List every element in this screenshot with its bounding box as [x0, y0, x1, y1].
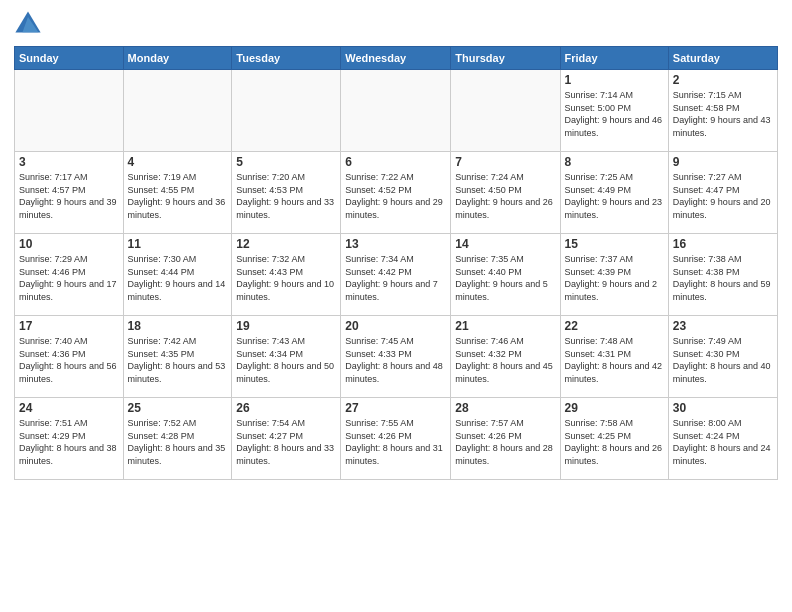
weekday-header: Sunday: [15, 47, 124, 70]
day-info: Sunrise: 7:35 AM Sunset: 4:40 PM Dayligh…: [455, 253, 555, 303]
calendar-cell: 18Sunrise: 7:42 AM Sunset: 4:35 PM Dayli…: [123, 316, 232, 398]
day-info: Sunrise: 7:24 AM Sunset: 4:50 PM Dayligh…: [455, 171, 555, 221]
day-number: 2: [673, 73, 773, 87]
calendar-cell: 25Sunrise: 7:52 AM Sunset: 4:28 PM Dayli…: [123, 398, 232, 480]
calendar-cell: [15, 70, 124, 152]
calendar-cell: 4Sunrise: 7:19 AM Sunset: 4:55 PM Daylig…: [123, 152, 232, 234]
weekday-header: Thursday: [451, 47, 560, 70]
weekday-row: SundayMondayTuesdayWednesdayThursdayFrid…: [15, 47, 778, 70]
calendar-cell: 7Sunrise: 7:24 AM Sunset: 4:50 PM Daylig…: [451, 152, 560, 234]
day-info: Sunrise: 7:20 AM Sunset: 4:53 PM Dayligh…: [236, 171, 336, 221]
calendar-cell: 12Sunrise: 7:32 AM Sunset: 4:43 PM Dayli…: [232, 234, 341, 316]
day-info: Sunrise: 7:52 AM Sunset: 4:28 PM Dayligh…: [128, 417, 228, 467]
calendar-cell: 16Sunrise: 7:38 AM Sunset: 4:38 PM Dayli…: [668, 234, 777, 316]
day-number: 14: [455, 237, 555, 251]
day-number: 3: [19, 155, 119, 169]
day-info: Sunrise: 7:15 AM Sunset: 4:58 PM Dayligh…: [673, 89, 773, 139]
day-info: Sunrise: 7:25 AM Sunset: 4:49 PM Dayligh…: [565, 171, 664, 221]
calendar-cell: 23Sunrise: 7:49 AM Sunset: 4:30 PM Dayli…: [668, 316, 777, 398]
calendar-cell: [232, 70, 341, 152]
day-info: Sunrise: 7:37 AM Sunset: 4:39 PM Dayligh…: [565, 253, 664, 303]
calendar-row: 17Sunrise: 7:40 AM Sunset: 4:36 PM Dayli…: [15, 316, 778, 398]
calendar-cell: 27Sunrise: 7:55 AM Sunset: 4:26 PM Dayli…: [341, 398, 451, 480]
calendar-row: 1Sunrise: 7:14 AM Sunset: 5:00 PM Daylig…: [15, 70, 778, 152]
calendar-cell: 10Sunrise: 7:29 AM Sunset: 4:46 PM Dayli…: [15, 234, 124, 316]
day-info: Sunrise: 7:27 AM Sunset: 4:47 PM Dayligh…: [673, 171, 773, 221]
day-info: Sunrise: 7:54 AM Sunset: 4:27 PM Dayligh…: [236, 417, 336, 467]
calendar-cell: 8Sunrise: 7:25 AM Sunset: 4:49 PM Daylig…: [560, 152, 668, 234]
calendar-cell: 6Sunrise: 7:22 AM Sunset: 4:52 PM Daylig…: [341, 152, 451, 234]
calendar-cell: 11Sunrise: 7:30 AM Sunset: 4:44 PM Dayli…: [123, 234, 232, 316]
day-number: 15: [565, 237, 664, 251]
day-number: 17: [19, 319, 119, 333]
day-number: 4: [128, 155, 228, 169]
day-info: Sunrise: 7:34 AM Sunset: 4:42 PM Dayligh…: [345, 253, 446, 303]
day-info: Sunrise: 7:45 AM Sunset: 4:33 PM Dayligh…: [345, 335, 446, 385]
day-number: 7: [455, 155, 555, 169]
day-info: Sunrise: 7:57 AM Sunset: 4:26 PM Dayligh…: [455, 417, 555, 467]
day-number: 12: [236, 237, 336, 251]
day-number: 5: [236, 155, 336, 169]
calendar-header: SundayMondayTuesdayWednesdayThursdayFrid…: [15, 47, 778, 70]
day-info: Sunrise: 7:14 AM Sunset: 5:00 PM Dayligh…: [565, 89, 664, 139]
calendar-row: 10Sunrise: 7:29 AM Sunset: 4:46 PM Dayli…: [15, 234, 778, 316]
weekday-header: Wednesday: [341, 47, 451, 70]
day-info: Sunrise: 7:42 AM Sunset: 4:35 PM Dayligh…: [128, 335, 228, 385]
calendar-cell: 20Sunrise: 7:45 AM Sunset: 4:33 PM Dayli…: [341, 316, 451, 398]
day-info: Sunrise: 7:48 AM Sunset: 4:31 PM Dayligh…: [565, 335, 664, 385]
calendar-cell: 1Sunrise: 7:14 AM Sunset: 5:00 PM Daylig…: [560, 70, 668, 152]
day-number: 13: [345, 237, 446, 251]
day-number: 20: [345, 319, 446, 333]
day-info: Sunrise: 7:55 AM Sunset: 4:26 PM Dayligh…: [345, 417, 446, 467]
calendar-cell: 2Sunrise: 7:15 AM Sunset: 4:58 PM Daylig…: [668, 70, 777, 152]
day-number: 18: [128, 319, 228, 333]
calendar: SundayMondayTuesdayWednesdayThursdayFrid…: [14, 46, 778, 480]
calendar-cell: 3Sunrise: 7:17 AM Sunset: 4:57 PM Daylig…: [15, 152, 124, 234]
calendar-cell: 28Sunrise: 7:57 AM Sunset: 4:26 PM Dayli…: [451, 398, 560, 480]
day-info: Sunrise: 7:46 AM Sunset: 4:32 PM Dayligh…: [455, 335, 555, 385]
calendar-cell: 30Sunrise: 8:00 AM Sunset: 4:24 PM Dayli…: [668, 398, 777, 480]
weekday-header: Monday: [123, 47, 232, 70]
day-info: Sunrise: 7:58 AM Sunset: 4:25 PM Dayligh…: [565, 417, 664, 467]
logo: [14, 10, 46, 38]
day-number: 23: [673, 319, 773, 333]
day-number: 28: [455, 401, 555, 415]
calendar-cell: 19Sunrise: 7:43 AM Sunset: 4:34 PM Dayli…: [232, 316, 341, 398]
weekday-header: Saturday: [668, 47, 777, 70]
page-header: [14, 10, 778, 38]
calendar-cell: [451, 70, 560, 152]
day-info: Sunrise: 7:49 AM Sunset: 4:30 PM Dayligh…: [673, 335, 773, 385]
day-info: Sunrise: 7:17 AM Sunset: 4:57 PM Dayligh…: [19, 171, 119, 221]
logo-icon: [14, 10, 42, 38]
day-info: Sunrise: 7:30 AM Sunset: 4:44 PM Dayligh…: [128, 253, 228, 303]
day-number: 21: [455, 319, 555, 333]
calendar-cell: [341, 70, 451, 152]
calendar-cell: 9Sunrise: 7:27 AM Sunset: 4:47 PM Daylig…: [668, 152, 777, 234]
day-number: 29: [565, 401, 664, 415]
calendar-cell: 5Sunrise: 7:20 AM Sunset: 4:53 PM Daylig…: [232, 152, 341, 234]
day-info: Sunrise: 7:43 AM Sunset: 4:34 PM Dayligh…: [236, 335, 336, 385]
calendar-cell: 17Sunrise: 7:40 AM Sunset: 4:36 PM Dayli…: [15, 316, 124, 398]
day-number: 25: [128, 401, 228, 415]
day-number: 26: [236, 401, 336, 415]
calendar-row: 24Sunrise: 7:51 AM Sunset: 4:29 PM Dayli…: [15, 398, 778, 480]
day-info: Sunrise: 7:29 AM Sunset: 4:46 PM Dayligh…: [19, 253, 119, 303]
calendar-cell: 13Sunrise: 7:34 AM Sunset: 4:42 PM Dayli…: [341, 234, 451, 316]
day-info: Sunrise: 8:00 AM Sunset: 4:24 PM Dayligh…: [673, 417, 773, 467]
day-info: Sunrise: 7:22 AM Sunset: 4:52 PM Dayligh…: [345, 171, 446, 221]
calendar-cell: 14Sunrise: 7:35 AM Sunset: 4:40 PM Dayli…: [451, 234, 560, 316]
day-number: 30: [673, 401, 773, 415]
day-number: 1: [565, 73, 664, 87]
calendar-cell: 22Sunrise: 7:48 AM Sunset: 4:31 PM Dayli…: [560, 316, 668, 398]
calendar-cell: 15Sunrise: 7:37 AM Sunset: 4:39 PM Dayli…: [560, 234, 668, 316]
calendar-cell: 24Sunrise: 7:51 AM Sunset: 4:29 PM Dayli…: [15, 398, 124, 480]
calendar-cell: [123, 70, 232, 152]
day-info: Sunrise: 7:38 AM Sunset: 4:38 PM Dayligh…: [673, 253, 773, 303]
weekday-header: Tuesday: [232, 47, 341, 70]
day-number: 9: [673, 155, 773, 169]
calendar-row: 3Sunrise: 7:17 AM Sunset: 4:57 PM Daylig…: [15, 152, 778, 234]
day-number: 11: [128, 237, 228, 251]
calendar-cell: 29Sunrise: 7:58 AM Sunset: 4:25 PM Dayli…: [560, 398, 668, 480]
day-info: Sunrise: 7:32 AM Sunset: 4:43 PM Dayligh…: [236, 253, 336, 303]
day-number: 27: [345, 401, 446, 415]
